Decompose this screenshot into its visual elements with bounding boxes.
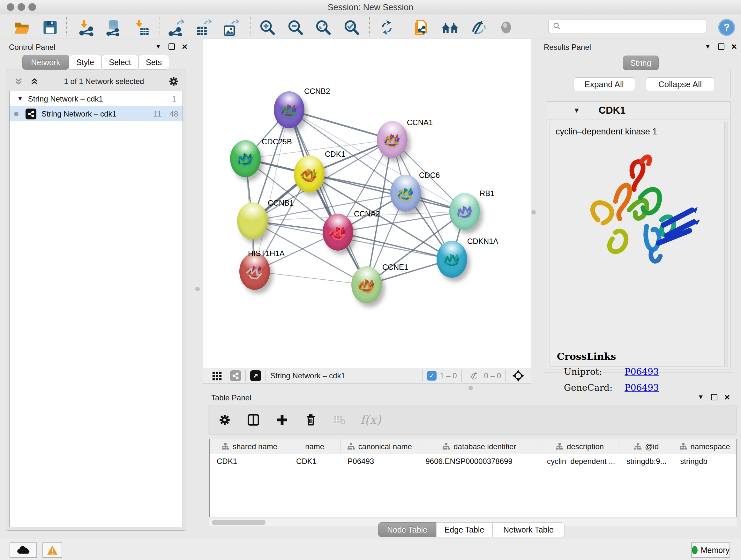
export-table-icon[interactable]: [194, 18, 212, 37]
hidden-eye-slash-icon[interactable]: [466, 368, 482, 384]
panel-menu-icon[interactable]: ▼: [697, 393, 704, 401]
network-view-icon[interactable]: [230, 370, 241, 381]
column-header[interactable]: canonical name: [340, 439, 418, 454]
column-header[interactable]: name: [289, 439, 340, 454]
column-header[interactable]: database identifier: [418, 439, 540, 454]
results-scrollbar[interactable]: [724, 122, 728, 367]
add-column-icon[interactable]: [274, 412, 290, 428]
crosslink-link[interactable]: P06493: [624, 382, 659, 393]
table-cell[interactable]: cyclin–dependent ...: [540, 454, 619, 469]
table-cell[interactable]: CDK1: [289, 454, 340, 469]
search-field[interactable]: [548, 19, 707, 33]
table-options-gear-icon[interactable]: [217, 412, 232, 428]
tab-network[interactable]: Network: [22, 55, 69, 70]
network-edge[interactable]: [289, 110, 367, 285]
birdseye-toggle-icon[interactable]: [510, 368, 526, 384]
tab-network-table[interactable]: Network Table: [492, 522, 564, 537]
zoom-selected-icon[interactable]: [343, 18, 360, 37]
eye-icon[interactable]: [497, 18, 515, 37]
first-neighbors-icon[interactable]: [441, 18, 459, 37]
collapse-all-networks-icon[interactable]: [10, 73, 26, 89]
column-header[interactable]: description: [540, 439, 619, 454]
function-builder-icon[interactable]: f(x): [360, 413, 381, 427]
delete-table-icon[interactable]: [332, 412, 347, 428]
tab-edge-table[interactable]: Edge Table: [436, 522, 492, 537]
splitter-handle[interactable]: [195, 287, 200, 291]
delete-column-icon[interactable]: [303, 412, 319, 428]
selected-checkbox-icon[interactable]: ✓: [427, 371, 436, 381]
network-node[interactable]: [449, 193, 480, 230]
network-options-gear-icon[interactable]: [165, 73, 182, 89]
float-panel-icon[interactable]: [718, 44, 724, 50]
table-cell[interactable]: P06493: [340, 454, 418, 469]
help-icon[interactable]: ?: [718, 18, 736, 37]
detach-view-icon[interactable]: [250, 370, 261, 381]
column-header[interactable]: shared name: [210, 439, 289, 454]
scrollbar-thumb[interactable]: [212, 520, 266, 525]
import-table-file-icon[interactable]: [133, 18, 151, 37]
network-edge[interactable]: [255, 110, 289, 271]
network-node[interactable]: [390, 175, 421, 212]
open-file-icon[interactable]: [13, 18, 30, 37]
memory-button[interactable]: Memory: [691, 543, 730, 558]
splitter-handle[interactable]: [531, 210, 536, 214]
show-hide-icon[interactable]: [469, 18, 487, 37]
network-collection-row[interactable]: ▼ String Network – cdk1 1: [10, 91, 183, 106]
import-network-file-icon[interactable]: [77, 18, 95, 37]
network-node[interactable]: [377, 121, 408, 158]
clone-network-icon[interactable]: [412, 18, 429, 37]
expand-all-button[interactable]: Expand All: [573, 77, 635, 91]
save-session-icon[interactable]: [41, 18, 59, 37]
close-panel-icon[interactable]: ×: [182, 44, 188, 50]
warning-button[interactable]: [43, 543, 62, 558]
entry-expander-icon[interactable]: ▼: [573, 106, 580, 115]
float-panel-icon[interactable]: [711, 394, 718, 400]
network-node[interactable]: [323, 213, 353, 251]
network-edge[interactable]: [255, 271, 367, 285]
network-edge[interactable]: [289, 110, 392, 139]
import-network-database-icon[interactable]: [105, 18, 122, 37]
zoom-fit-icon[interactable]: [314, 18, 332, 37]
collapse-all-button[interactable]: Collapse All: [646, 77, 714, 91]
export-image-icon[interactable]: [222, 18, 240, 37]
network-node[interactable]: [274, 91, 305, 128]
panel-menu-icon[interactable]: ▼: [155, 43, 161, 50]
zoom-out-icon[interactable]: [286, 18, 305, 37]
table-cell[interactable]: stringdb: [673, 454, 736, 469]
tree-expander-icon[interactable]: ▼: [17, 96, 23, 102]
tab-string[interactable]: String: [623, 56, 659, 70]
column-header[interactable]: @id: [619, 439, 673, 454]
network-node[interactable]: [436, 241, 467, 278]
table-cell[interactable]: stringdb:9...: [619, 454, 673, 469]
search-input[interactable]: [561, 22, 698, 30]
table-cell[interactable]: 9606.ENSP00000378699: [419, 454, 540, 469]
tab-sets[interactable]: Sets: [138, 55, 169, 70]
table-cell[interactable]: CDK1: [210, 454, 289, 469]
cloud-button[interactable]: [10, 543, 37, 558]
network-node[interactable]: [239, 253, 270, 290]
column-header[interactable]: namespace: [673, 439, 736, 454]
close-panel-icon[interactable]: ×: [731, 44, 737, 50]
network-edge[interactable]: [338, 232, 452, 259]
export-network-icon[interactable]: [167, 18, 185, 37]
crosslink-link[interactable]: P06493: [624, 367, 659, 377]
network-canvas[interactable]: CCNB2CCNA1CDC25BCDK1CDC6RB1CCNB1CCNA2CDK…: [203, 39, 531, 368]
network-row[interactable]: String Network – cdk1 11 48: [10, 106, 183, 121]
panel-menu-icon[interactable]: ▼: [704, 43, 711, 50]
tab-select[interactable]: Select: [102, 55, 138, 70]
entry-header[interactable]: ▼ CDK1: [547, 102, 730, 119]
show-columns-icon[interactable]: [246, 412, 261, 428]
splitter-handle[interactable]: [468, 386, 473, 390]
close-panel-icon[interactable]: ×: [724, 394, 730, 400]
table-row[interactable]: CDK1CDK1P064939606.ENSP00000378699cyclin…: [210, 454, 736, 469]
tab-style[interactable]: Style: [69, 55, 102, 70]
expand-all-networks-icon[interactable]: [26, 73, 43, 89]
refresh-icon[interactable]: [378, 18, 396, 37]
float-panel-icon[interactable]: [169, 44, 175, 50]
network-node[interactable]: [294, 155, 325, 192]
network-node[interactable]: [237, 202, 268, 240]
grid-view-icon[interactable]: [209, 368, 225, 384]
network-node[interactable]: [230, 140, 261, 177]
tab-node-table[interactable]: Node Table: [378, 522, 436, 537]
zoom-in-icon[interactable]: [259, 18, 276, 37]
